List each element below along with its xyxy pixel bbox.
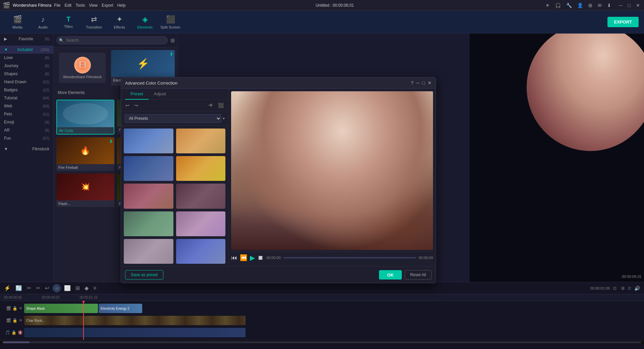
ok-button[interactable]: OK <box>379 270 402 280</box>
timeline-scrollbar[interactable] <box>0 340 644 344</box>
titlebar-icon-4[interactable]: 👤 <box>576 2 584 9</box>
titlebar-icon-7[interactable]: ⬇ <box>606 2 612 9</box>
cc-play-prev-button[interactable]: ⏪ <box>240 254 247 261</box>
timeline-tool-1[interactable]: ⚡ <box>3 284 12 292</box>
track-2-lock[interactable]: 🔒 <box>12 318 17 323</box>
menu-edit[interactable]: Edit <box>65 3 72 8</box>
preset-warm[interactable]: Warm <box>176 129 226 153</box>
sidebar-favorite[interactable]: ▶ Favorite (0) <box>0 35 53 43</box>
sidebar-included[interactable]: ▼ Included (256) <box>0 46 53 54</box>
timeline-tool-10[interactable]: ≡ <box>92 285 98 292</box>
sidebar-pets[interactable]: Pets (11) <box>0 110 53 118</box>
titlebar-icon-3[interactable]: 🔧 <box>565 2 573 9</box>
elements-grid-icon[interactable]: ⊞ <box>170 37 175 44</box>
preset-p1[interactable] <box>124 239 173 264</box>
track-clip-shape-mask[interactable]: Shape Mask <box>24 304 98 313</box>
element-card-flash[interactable]: 💥 Flash... <box>56 173 114 207</box>
titlebar-icon-1[interactable]: ☀ <box>544 2 551 9</box>
cc-redo-button[interactable]: ↪ <box>132 102 140 109</box>
sidebar-web[interactable]: Web (56) <box>0 102 53 110</box>
preset-warm-max[interactable]: Warm Max <box>176 156 226 181</box>
timeline-tool-3[interactable]: ✂ <box>25 284 33 292</box>
export-button[interactable]: EXPORT <box>607 17 639 27</box>
track-clip-char-rock[interactable]: Char Rock... <box>24 316 246 325</box>
download-icon[interactable]: ⬇ <box>169 51 173 57</box>
timeline-tool-9[interactable]: ◆ <box>83 284 90 292</box>
cc-maximize-button[interactable]: □ <box>422 80 425 86</box>
preset-brighten[interactable]: Brighten <box>176 211 226 236</box>
timeline-tool-6[interactable]: ◎ <box>53 284 61 292</box>
element-card-fire[interactable]: 🔥 ⬇ Fire Fireball <box>56 137 114 171</box>
menu-help[interactable]: Help <box>117 3 126 8</box>
preset-elegant[interactable]: Elegant <box>124 211 173 236</box>
track-2-video-icon[interactable]: 🎬 <box>6 318 11 323</box>
save-as-preset-button[interactable]: Save as preset <box>125 270 163 280</box>
toolbar-transition[interactable]: ⇄ Transition <box>82 12 106 32</box>
menu-tools[interactable]: Tools <box>75 3 85 8</box>
preset-shadow-details[interactable]: Shadow Details <box>176 184 226 208</box>
cc-help-button[interactable]: ? <box>411 80 414 86</box>
timeline-tool-5[interactable]: ↩ <box>44 284 51 292</box>
zoom-in-button[interactable]: ⊞ <box>620 285 626 291</box>
preset-p2[interactable] <box>176 239 226 264</box>
cc-tab-adjust[interactable]: Adjust <box>149 89 171 100</box>
track-1-lock[interactable]: 🔒 <box>12 306 17 311</box>
menu-file[interactable]: File <box>54 3 60 8</box>
scroll-thumb[interactable] <box>3 341 30 343</box>
sidebar-emoji[interactable]: Emoji (9) <box>0 118 53 126</box>
preset-boost[interactable]: Boost Color <box>124 184 173 208</box>
toolbar-titles[interactable]: T Titles <box>56 12 80 32</box>
preset-cool[interactable]: Cool <box>124 129 173 153</box>
timeline-playhead[interactable] <box>83 301 84 340</box>
sidebar-shapes[interactable]: Shapes (6) <box>0 70 53 78</box>
sidebar-filmstock[interactable]: ▼ Filmstock <box>0 145 53 153</box>
toolbar-elements[interactable]: ◈ Elements <box>133 12 157 32</box>
sidebar-badges[interactable]: Badges (12) <box>0 86 53 94</box>
menu-export[interactable]: Export <box>102 3 113 8</box>
track-1-video-icon[interactable]: 🎬 <box>6 306 11 311</box>
cc-split-compare-button[interactable]: ⬛ <box>216 102 225 109</box>
track-2-eye[interactable]: 👁 <box>19 318 23 323</box>
fire-download-icon[interactable]: ⬇ <box>109 139 113 144</box>
toolbar-split-screen[interactable]: ⬛ Split Screen <box>158 12 182 32</box>
speaker-icon[interactable]: 🔊 <box>633 285 641 292</box>
element-card-selected[interactable]: Air Curly <box>56 100 114 135</box>
sidebar-tutorial[interactable]: Tutorial (64) <box>0 94 53 102</box>
titlebar-icon-2[interactable]: 🎧 <box>554 2 562 9</box>
track-audio-mute[interactable]: 🔇 <box>18 330 23 335</box>
timeline-tool-7[interactable]: ⬜ <box>63 284 72 292</box>
titlebar-icon-5[interactable]: ⊞ <box>587 2 594 9</box>
cc-tab-preset[interactable]: Preset <box>125 89 149 100</box>
track-clip-audio[interactable] <box>24 328 246 337</box>
cc-minimize-button[interactable]: ─ <box>416 80 420 86</box>
cc-compare-button[interactable]: 👁 <box>207 102 215 109</box>
sidebar-ar[interactable]: AR (8) <box>0 126 53 134</box>
toolbar-audio[interactable]: ♪ Audio <box>31 12 55 32</box>
preset-cool-max[interactable]: Cool Max <box>124 156 173 181</box>
sidebar-fun[interactable]: Fun (57) <box>0 134 53 142</box>
maximize-button[interactable]: □ <box>627 2 632 9</box>
track-clip-electricity[interactable]: Electricity Energy 2 <box>99 304 142 313</box>
toolbar-effects[interactable]: ✦ Effects <box>107 12 131 32</box>
track-1-eye[interactable]: 👁 <box>19 306 23 311</box>
cc-play-button[interactable]: ▶ <box>250 254 255 262</box>
zoom-out-button[interactable]: ⊡ <box>612 285 618 291</box>
sidebar-journey[interactable]: Journey (6) <box>0 62 53 70</box>
timeline-tool-8[interactable]: ⊞ <box>74 284 81 292</box>
cc-stop-button[interactable]: ⏹ <box>258 254 264 261</box>
timeline-tool-2[interactable]: 🔄 <box>14 284 23 292</box>
timeline-tool-4[interactable]: ✂ <box>35 284 42 292</box>
cc-prev-frame-button[interactable]: ⏮ <box>231 254 237 261</box>
cc-undo-button[interactable]: ↩ <box>124 102 131 109</box>
search-input[interactable] <box>56 36 168 44</box>
menu-view[interactable]: View <box>89 3 98 8</box>
titlebar-icon-6[interactable]: ✉ <box>596 2 603 9</box>
reset-all-button[interactable]: Reset All <box>405 270 432 280</box>
sidebar-hand-drawn[interactable]: Hand Drawn (21) <box>0 78 53 86</box>
toolbar-media[interactable]: 🎬 Media <box>5 12 30 32</box>
track-audio-icon[interactable]: 🎵 <box>5 330 10 335</box>
minimize-button[interactable]: ─ <box>618 2 624 9</box>
cc-close-button[interactable]: ✕ <box>428 80 432 86</box>
sidebar-love[interactable]: Love (6) <box>0 54 53 62</box>
track-audio-lock[interactable]: 🔒 <box>11 330 16 335</box>
